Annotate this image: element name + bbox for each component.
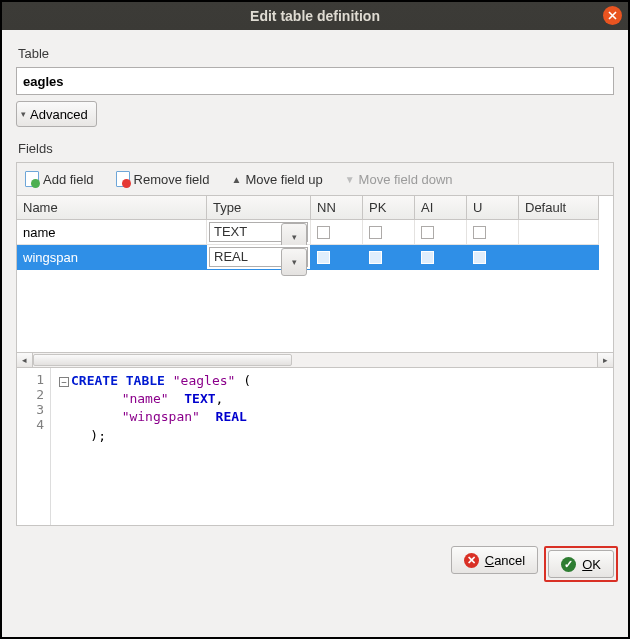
close-icon[interactable] [603, 6, 622, 25]
col-pk[interactable]: PK [363, 196, 415, 220]
scroll-track[interactable] [33, 353, 597, 367]
table-row[interactable]: wingspan REAL ▾ [17, 245, 613, 270]
add-field-button[interactable]: Add field [25, 171, 94, 187]
cell-pk[interactable] [363, 220, 415, 245]
cell-pk[interactable] [363, 245, 415, 270]
ok-button[interactable]: ✓ OK [548, 550, 614, 578]
cell-ai[interactable] [415, 245, 467, 270]
col-name[interactable]: Name [17, 196, 207, 220]
cancel-icon: ✕ [464, 553, 479, 568]
checkbox[interactable] [369, 226, 382, 239]
checkbox[interactable] [421, 251, 434, 264]
col-nn[interactable]: NN [311, 196, 363, 220]
advanced-button[interactable]: ▾ Advanced [16, 101, 97, 127]
cell-name[interactable]: name [17, 220, 207, 245]
checkbox[interactable] [317, 251, 330, 264]
cell-default[interactable] [519, 220, 599, 245]
cell-name[interactable]: wingspan [17, 245, 207, 270]
table-row[interactable]: name TEXT ▾ [17, 220, 613, 245]
checkbox[interactable] [317, 226, 330, 239]
grid-body: name TEXT ▾ wingspan [17, 220, 613, 352]
ok-icon: ✓ [561, 557, 576, 572]
horizontal-scrollbar[interactable]: ◂ ▸ [17, 352, 613, 367]
cell-nn[interactable] [311, 220, 363, 245]
scroll-left-icon[interactable]: ◂ [17, 353, 33, 367]
sql-preview: 1 2 3 4 −CREATE TABLE "eagles" ( "name" … [17, 367, 613, 525]
move-field-up-button[interactable]: ▲ Move field up [231, 172, 322, 187]
type-dropdown[interactable]: TEXT ▾ [209, 222, 308, 242]
cell-default[interactable] [519, 245, 599, 270]
cell-nn[interactable] [311, 245, 363, 270]
ok-highlight: ✓ OK [544, 546, 618, 582]
line-gutter: 1 2 3 4 [17, 368, 51, 525]
checkbox[interactable] [421, 226, 434, 239]
scroll-thumb[interactable] [33, 354, 292, 366]
fields-section-label: Fields [18, 141, 614, 156]
sql-code[interactable]: −CREATE TABLE "eagles" ( "name" TEXT, "w… [51, 368, 259, 525]
col-u[interactable]: U [467, 196, 519, 220]
type-dropdown[interactable]: REAL ▾ [209, 247, 308, 267]
dialog-footer: ✕ Cancel ✓ OK [2, 536, 628, 592]
cell-type[interactable]: TEXT ▾ [207, 220, 311, 245]
dialog-content: Table ▾ Advanced Fields Add field Remove… [2, 30, 628, 536]
cancel-label: Cancel [485, 553, 525, 568]
fields-toolbar: Add field Remove field ▲ Move field up ▼… [17, 163, 613, 195]
chevron-down-icon[interactable]: ▾ [281, 248, 307, 276]
cell-ai[interactable] [415, 220, 467, 245]
col-type[interactable]: Type [207, 196, 311, 220]
chevron-down-icon: ▾ [21, 109, 26, 119]
fields-grid: Name Type NN PK AI U Default name TEXT ▾ [17, 195, 613, 525]
window-title: Edit table definition [250, 8, 380, 24]
arrow-up-icon: ▲ [231, 174, 241, 185]
grid-header: Name Type NN PK AI U Default [17, 196, 613, 220]
arrow-down-icon: ▼ [345, 174, 355, 185]
fields-frame: Add field Remove field ▲ Move field up ▼… [16, 162, 614, 526]
fold-icon[interactable]: − [59, 377, 69, 387]
move-field-down-button: ▼ Move field down [345, 172, 453, 187]
titlebar: Edit table definition [2, 2, 628, 30]
scroll-right-icon[interactable]: ▸ [597, 353, 613, 367]
remove-field-button[interactable]: Remove field [116, 171, 210, 187]
cancel-button[interactable]: ✕ Cancel [451, 546, 538, 574]
table-section-label: Table [18, 46, 614, 61]
col-ai[interactable]: AI [415, 196, 467, 220]
remove-field-icon [116, 171, 130, 187]
ok-label: OK [582, 557, 601, 572]
checkbox[interactable] [369, 251, 382, 264]
table-name-input[interactable] [16, 67, 614, 95]
add-field-icon [25, 171, 39, 187]
cell-u[interactable] [467, 220, 519, 245]
cell-u[interactable] [467, 245, 519, 270]
col-default[interactable]: Default [519, 196, 599, 220]
checkbox[interactable] [473, 226, 486, 239]
advanced-label: Advanced [30, 107, 88, 122]
cell-type[interactable]: REAL ▾ [207, 245, 311, 270]
checkbox[interactable] [473, 251, 486, 264]
